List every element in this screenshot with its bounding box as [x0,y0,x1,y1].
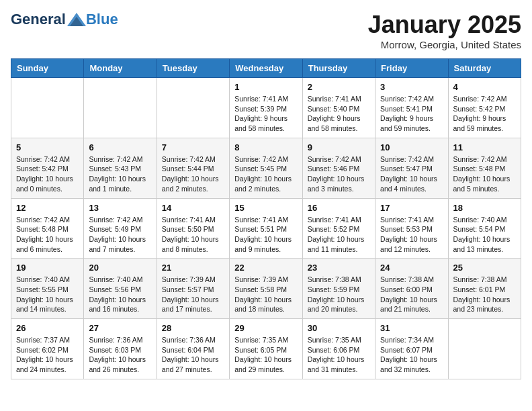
calendar-week-row: 19 Sunrise: 7:40 AM Sunset: 5:55 PM Dayl… [11,259,521,319]
page-header: General Blue January 2025 Morrow, Georgi… [11,11,521,50]
sunrise-text: Sunrise: 7:41 AM [162,216,216,224]
calendar-week-row: 5 Sunrise: 7:42 AM Sunset: 5:42 PM Dayli… [11,138,521,198]
day-info: Sunrise: 7:42 AM Sunset: 5:43 PM Dayligh… [89,154,151,194]
col-sunday: Sunday [11,59,84,78]
daylight-text: Daylight: 10 hours and 32 minutes. [380,355,437,373]
sunrise-text: Sunrise: 7:36 AM [89,336,142,344]
daylight-text: Daylight: 10 hours and 18 minutes. [234,295,292,314]
calendar-cell: 6 Sunrise: 7:42 AM Sunset: 5:43 PM Dayli… [84,138,157,198]
day-info: Sunrise: 7:42 AM Sunset: 5:49 PM Dayligh… [89,215,151,255]
sunset-text: Sunset: 6:02 PM [16,346,69,354]
logo: General Blue [11,11,118,28]
daylight-text: Daylight: 10 hours and 21 minutes. [380,295,437,314]
sunrise-text: Sunrise: 7:35 AM [308,336,361,344]
daylight-text: Daylight: 10 hours and 17 minutes. [162,295,219,314]
day-info: Sunrise: 7:42 AM Sunset: 5:41 PM Dayligh… [380,94,443,134]
day-info: Sunrise: 7:41 AM Sunset: 5:53 PM Dayligh… [380,215,443,255]
sunrise-text: Sunrise: 7:41 AM [308,216,361,224]
day-info: Sunrise: 7:37 AM Sunset: 6:02 PM Dayligh… [16,335,79,375]
calendar-cell: 24 Sunrise: 7:38 AM Sunset: 6:00 PM Dayl… [375,259,448,319]
sunrise-text: Sunrise: 7:42 AM [234,155,288,163]
day-info: Sunrise: 7:42 AM Sunset: 5:45 PM Dayligh… [234,154,297,194]
day-number: 6 [89,142,151,152]
calendar-cell: 1 Sunrise: 7:41 AM Sunset: 5:39 PM Dayli… [230,78,302,138]
sunset-text: Sunset: 5:53 PM [380,225,433,233]
calendar-cell: 28 Sunrise: 7:36 AM Sunset: 6:04 PM Dayl… [157,319,229,379]
day-info: Sunrise: 7:41 AM Sunset: 5:40 PM Dayligh… [308,94,370,134]
title-block: January 2025 Morrow, Georgia, United Sta… [368,11,521,50]
day-number: 15 [234,203,297,213]
calendar-cell: 5 Sunrise: 7:42 AM Sunset: 5:42 PM Dayli… [11,138,84,198]
daylight-text: Daylight: 10 hours and 23 minutes. [453,295,511,314]
daylight-text: Daylight: 9 hours and 59 minutes. [380,114,433,132]
sunrise-text: Sunrise: 7:42 AM [380,95,434,103]
day-number: 24 [380,263,443,273]
calendar-cell: 12 Sunrise: 7:42 AM Sunset: 5:48 PM Dayl… [11,198,84,259]
day-number: 1 [234,82,297,92]
calendar-cell [84,78,157,138]
calendar-cell: 31 Sunrise: 7:34 AM Sunset: 6:07 PM Dayl… [375,319,448,379]
sunset-text: Sunset: 5:58 PM [234,285,287,293]
calendar-cell: 9 Sunrise: 7:42 AM Sunset: 5:46 PM Dayli… [302,138,375,198]
logo-general: General [11,11,66,28]
day-info: Sunrise: 7:39 AM Sunset: 5:57 PM Dayligh… [162,275,224,314]
logo-icon [67,13,86,26]
day-info: Sunrise: 7:42 AM Sunset: 5:48 PM Dayligh… [453,154,516,194]
calendar-cell: 2 Sunrise: 7:41 AM Sunset: 5:40 PM Dayli… [302,78,375,138]
day-info: Sunrise: 7:40 AM Sunset: 5:56 PM Dayligh… [89,275,151,314]
sunrise-text: Sunrise: 7:42 AM [16,216,70,224]
day-number: 12 [16,203,79,213]
daylight-text: Daylight: 10 hours and 20 minutes. [308,295,365,314]
calendar-cell: 26 Sunrise: 7:37 AM Sunset: 6:02 PM Dayl… [11,319,84,379]
col-friday: Friday [375,59,448,78]
sunset-text: Sunset: 5:42 PM [453,105,506,113]
day-number: 19 [16,263,79,273]
sunset-text: Sunset: 5:41 PM [380,105,433,113]
day-info: Sunrise: 7:38 AM Sunset: 5:59 PM Dayligh… [308,275,370,314]
month-title: January 2025 [368,11,521,39]
sunset-text: Sunset: 5:43 PM [89,165,141,173]
daylight-text: Daylight: 10 hours and 2 minutes. [162,175,219,193]
day-number: 18 [453,203,516,213]
day-number: 9 [308,142,370,152]
calendar-cell [157,78,229,138]
day-info: Sunrise: 7:39 AM Sunset: 5:58 PM Dayligh… [234,275,297,314]
day-number: 31 [380,323,443,333]
col-monday: Monday [84,59,157,78]
sunset-text: Sunset: 5:54 PM [453,225,506,233]
sunrise-text: Sunrise: 7:38 AM [308,275,361,283]
day-info: Sunrise: 7:42 AM Sunset: 5:46 PM Dayligh… [308,154,370,194]
calendar-cell: 7 Sunrise: 7:42 AM Sunset: 5:44 PM Dayli… [157,138,229,198]
day-number: 27 [89,323,151,333]
sunrise-text: Sunrise: 7:40 AM [89,275,142,283]
daylight-text: Daylight: 9 hours and 59 minutes. [453,114,506,132]
logo-text: General Blue [11,11,118,28]
sunrise-text: Sunrise: 7:42 AM [453,155,507,163]
sunrise-text: Sunrise: 7:37 AM [16,336,70,344]
col-wednesday: Wednesday [230,59,302,78]
calendar-week-row: 12 Sunrise: 7:42 AM Sunset: 5:48 PM Dayl… [11,198,521,259]
day-number: 30 [308,323,370,333]
day-info: Sunrise: 7:42 AM Sunset: 5:44 PM Dayligh… [162,154,224,194]
sunset-text: Sunset: 5:47 PM [380,165,433,173]
calendar-cell: 14 Sunrise: 7:41 AM Sunset: 5:50 PM Dayl… [157,198,229,259]
day-number: 16 [308,203,370,213]
day-info: Sunrise: 7:42 AM Sunset: 5:47 PM Dayligh… [380,154,443,194]
day-number: 21 [162,263,224,273]
sunset-text: Sunset: 5:39 PM [234,105,287,113]
calendar-cell: 23 Sunrise: 7:38 AM Sunset: 5:59 PM Dayl… [302,259,375,319]
calendar-cell: 15 Sunrise: 7:41 AM Sunset: 5:51 PM Dayl… [230,198,302,259]
daylight-text: Daylight: 10 hours and 29 minutes. [234,355,292,373]
sunrise-text: Sunrise: 7:38 AM [380,275,434,283]
col-thursday: Thursday [302,59,375,78]
sunset-text: Sunset: 5:52 PM [308,225,360,233]
daylight-text: Daylight: 9 hours and 58 minutes. [234,114,287,132]
sunrise-text: Sunrise: 7:41 AM [234,95,288,103]
day-number: 20 [89,263,151,273]
col-tuesday: Tuesday [157,59,229,78]
sunset-text: Sunset: 5:50 PM [162,225,214,233]
sunset-text: Sunset: 5:48 PM [453,165,506,173]
daylight-text: Daylight: 10 hours and 9 minutes. [234,235,292,253]
calendar-cell: 13 Sunrise: 7:42 AM Sunset: 5:49 PM Dayl… [84,198,157,259]
day-info: Sunrise: 7:35 AM Sunset: 6:05 PM Dayligh… [234,335,297,375]
